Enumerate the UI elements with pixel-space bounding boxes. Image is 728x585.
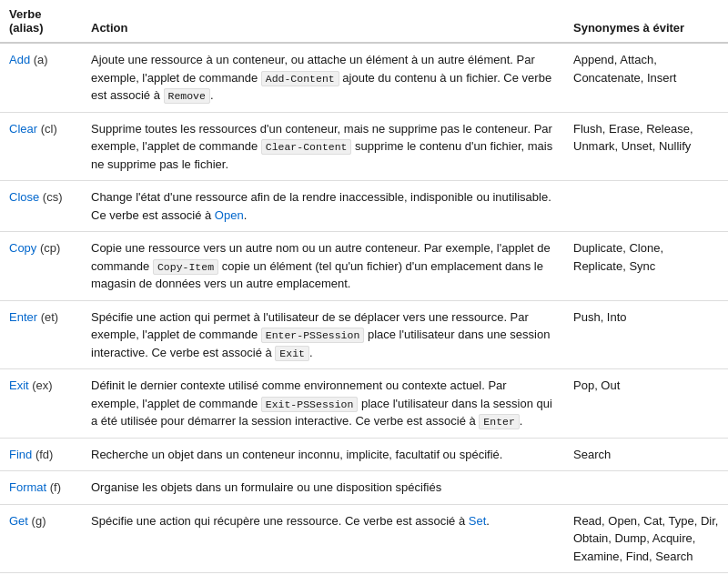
- verb-link[interactable]: Get: [9, 514, 28, 528]
- verb-cell: Enter (et): [0, 300, 82, 369]
- table-row: Clear (cl)Supprime toutes les ressources…: [0, 112, 728, 181]
- action-cell: Change l'état d'une ressource afin de la…: [82, 181, 564, 232]
- column-header-action: Action: [82, 0, 564, 43]
- table-row: Find (fd)Recherche un objet dans un cont…: [0, 438, 728, 471]
- table-row: Format (f)Organise les objets dans un fo…: [0, 471, 728, 505]
- verb-cell: Copy (cp): [0, 232, 82, 301]
- table-row: Close (cs)Change l'état d'une ressource …: [0, 181, 728, 232]
- synonyms-cell: Flush, Erase, Release, Unmark, Unset, Nu…: [564, 112, 728, 181]
- synonyms-cell: Pop, Out: [564, 369, 728, 439]
- synonyms-cell: [564, 471, 728, 505]
- synonyms-cell: [564, 181, 728, 232]
- verb-link[interactable]: Close: [9, 190, 39, 204]
- action-cell: Définit le dernier contexte utilisé comm…: [82, 369, 564, 439]
- verb-cell: Add (a): [0, 43, 82, 112]
- action-cell: Ajoute une ressource à un conteneur, ou …: [82, 43, 564, 112]
- table-row: Enter (et)Spécifie une action qui permet…: [0, 300, 728, 369]
- verbs-table: Verbe(alias) Action Synonymes à éviter A…: [0, 0, 728, 573]
- verb-cell: Close (cs): [0, 181, 82, 232]
- action-cell: Copie une ressource vers un autre nom ou…: [82, 232, 564, 301]
- action-cell: Supprime toutes les ressources d'un cont…: [82, 112, 564, 181]
- verb-cell: Exit (ex): [0, 369, 82, 439]
- verb-cell: Get (g): [0, 504, 82, 573]
- table-row: Copy (cp)Copie une ressource vers un aut…: [0, 232, 728, 301]
- action-cell: Organise les objets dans un formulaire o…: [82, 471, 564, 505]
- table-row: Get (g)Spécifie une action qui récupère …: [0, 504, 728, 573]
- synonyms-cell: Read, Open, Cat, Type, Dir, Obtain, Dump…: [564, 504, 728, 573]
- column-header-verb: Verbe(alias): [0, 0, 82, 43]
- synonyms-cell: Push, Into: [564, 300, 728, 369]
- verb-link[interactable]: Add: [9, 53, 30, 66]
- column-header-synonyms: Synonymes à éviter: [564, 0, 728, 43]
- action-cell: Spécifie une action qui récupère une res…: [82, 504, 564, 573]
- synonyms-cell: Append, Attach, Concatenate, Insert: [564, 43, 728, 112]
- verb-link[interactable]: Copy: [9, 241, 36, 255]
- verb-link[interactable]: Enter: [9, 310, 37, 324]
- verb-cell: Clear (cl): [0, 112, 82, 181]
- verb-cell: Find (fd): [0, 438, 82, 471]
- verb-link[interactable]: Clear: [9, 122, 37, 136]
- verb-link[interactable]: Exit: [9, 378, 29, 392]
- table-row: Exit (ex)Définit le dernier contexte uti…: [0, 369, 728, 439]
- synonyms-cell: Duplicate, Clone, Replicate, Sync: [564, 232, 728, 301]
- action-cell: Spécifie une action qui permet à l'utili…: [82, 300, 564, 369]
- verb-link[interactable]: Find: [9, 448, 32, 461]
- synonyms-cell: Search: [564, 438, 728, 471]
- action-cell: Recherche un objet dans un conteneur inc…: [82, 438, 564, 471]
- table-row: Add (a)Ajoute une ressource à un contene…: [0, 43, 728, 112]
- verb-cell: Format (f): [0, 471, 82, 505]
- verb-link[interactable]: Format: [9, 480, 46, 494]
